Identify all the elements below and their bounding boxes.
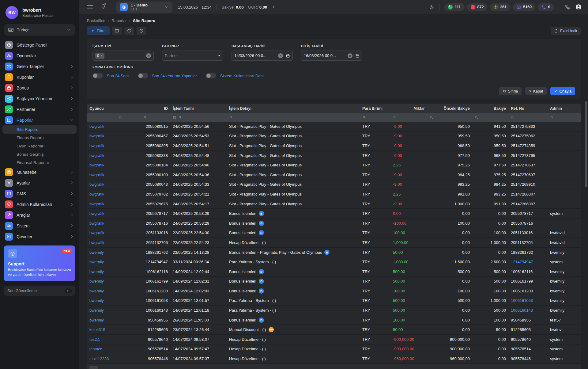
sidebar-item--eviriler[interactable]: Çeviriler bbox=[0, 231, 79, 242]
sidebar-item-sa-lay-c-y-netimi[interactable]: Sağlayıcı Yönetimi bbox=[0, 93, 79, 104]
table-row[interactable]: testacc90557851414/07/2024 09:57:47Hesap… bbox=[87, 344, 581, 354]
pagination-button[interactable] bbox=[89, 366, 98, 369]
player-link[interactable]: bwgrafik bbox=[87, 134, 141, 138]
sidebar-subitem-oyun-raporlar-[interactable]: Oyun Raporları bbox=[2, 142, 77, 150]
table-row[interactable]: bwgrafik205507871724/08/2025 20:53:29Bon… bbox=[87, 209, 581, 219]
player-link[interactable]: bwemily bbox=[87, 269, 141, 274]
settings-gear-icon[interactable] bbox=[429, 5, 434, 10]
player-link[interactable]: bwgrafik bbox=[87, 221, 141, 226]
excel-export-button[interactable]: Excel İndir bbox=[551, 27, 581, 35]
player-link[interactable]: bwgrafik bbox=[87, 143, 141, 148]
sidebar-item-partnerler[interactable]: Partnerler bbox=[0, 104, 79, 115]
table-row[interactable]: bwemily100616179914/09/2024 12:02:31Bonu… bbox=[87, 277, 581, 287]
column-header-i-lem-tarihi[interactable]: İşlem Tarihi bbox=[170, 106, 227, 111]
player-link[interactable]: bwgrafik bbox=[87, 173, 141, 177]
player-link[interactable]: bwgrafik bbox=[87, 202, 141, 206]
player-link[interactable]: bwgrafik bbox=[87, 124, 141, 129]
table-row[interactable]: bwemily121479494703/11/2024 00:26:34Para… bbox=[87, 257, 581, 267]
toggle-son-24-saat[interactable]: Son 24 Saat bbox=[92, 73, 129, 78]
table-row[interactable]: bwgrafik205508033824/08/2025 20:54:48Slo… bbox=[87, 151, 581, 161]
sidebar-item-kuponlar[interactable]: Kuponlar bbox=[0, 72, 79, 82]
column-filter-para-birimi[interactable] bbox=[360, 116, 390, 119]
account-avatar-icon[interactable] bbox=[575, 4, 582, 10]
close-button[interactable]: × Kapat bbox=[525, 87, 547, 95]
history-button[interactable] bbox=[137, 27, 146, 35]
column-filter-ref-no[interactable] bbox=[508, 116, 548, 119]
column-filter-i-lem-detay-[interactable] bbox=[227, 116, 360, 119]
language-selector[interactable]: Türkçe bbox=[4, 24, 75, 36]
last-update-row[interactable]: Son Güncelleme 0 bbox=[4, 286, 75, 296]
table-row[interactable]: bwgrafik205508004324/08/2025 20:54:33Slo… bbox=[87, 180, 581, 190]
toggle-sistem-kullan-c-lar-dahil[interactable]: Sistem Kullanıcıları Dahil bbox=[206, 73, 265, 78]
table-row[interactable]: bwemily95045895526/08/2024 11:05:00Bonus… bbox=[87, 315, 581, 325]
site-selector[interactable]: 1 - Demo ID: 1 bbox=[116, 2, 172, 13]
player-link[interactable]: bwemily bbox=[87, 318, 141, 322]
table-row[interactable]: bwemily100616211614/09/2024 12:02:44Bonu… bbox=[87, 267, 581, 277]
player-link[interactable]: bwemily bbox=[87, 250, 141, 255]
user-profile[interactable]: BW bwrobert Bookiewise Hesabı bbox=[0, 0, 79, 24]
table-row[interactable]: bwgrafik205508039524/08/2025 20:54:51Slo… bbox=[87, 141, 581, 151]
sidebar-subitem-bonus-ge-mi-i[interactable]: Bonus Geçmişi bbox=[2, 150, 77, 158]
stat-badge-withdrawals[interactable]: 872 bbox=[467, 3, 488, 11]
islem-tipi-input[interactable]: 0 × × bbox=[92, 51, 154, 61]
table-row[interactable]: bwgrafik205507978224/08/2025 20:54:21Slo… bbox=[87, 189, 581, 199]
sidebar-item-oyuncular[interactable]: Oyuncular bbox=[0, 50, 79, 61]
scrollbar-thumb[interactable] bbox=[585, 101, 587, 187]
support-card[interactable]: NEW Support Bookiewise Backoffice kullan… bbox=[4, 245, 75, 281]
column-header-admin[interactable]: Admin bbox=[548, 106, 581, 111]
sidebar-item-cms[interactable]: CMS bbox=[0, 188, 79, 199]
player-link[interactable]: test112233 bbox=[87, 356, 141, 361]
table-row[interactable]: bwgrafik205507967524/08/2025 20:54:17Slo… bbox=[87, 199, 581, 209]
player-link[interactable]: kolok315 bbox=[87, 327, 141, 332]
player-link[interactable]: bwgrafik bbox=[87, 182, 141, 187]
stat-badge-calls[interactable]: 0 bbox=[538, 3, 554, 11]
calendar-icon[interactable] bbox=[286, 54, 290, 58]
column-header-i-lem-detay-[interactable]: İşlem Detayı bbox=[227, 106, 360, 111]
player-link[interactable]: bwgrafik bbox=[87, 153, 141, 158]
table-row[interactable]: test1190557864014/07/2024 09:58:07Hesap … bbox=[87, 335, 581, 344]
sidebar-subitem-finans-raporu[interactable]: Finans Raporu bbox=[2, 134, 77, 142]
column-header-para-birimi[interactable]: Para Birimi bbox=[360, 106, 390, 111]
column-filter-oyuncu[interactable] bbox=[87, 116, 141, 119]
breadcrumb-item[interactable]: Backoffice bbox=[87, 18, 105, 23]
refresh-button[interactable] bbox=[124, 27, 134, 35]
stat-badge-messages[interactable]: 5169 bbox=[513, 3, 535, 11]
tag-remove-icon[interactable]: × bbox=[101, 54, 103, 58]
table-row[interactable]: bwgrafik205507871624/08/2025 20:53:29Bon… bbox=[87, 219, 581, 228]
table-row[interactable]: bwgrafik205508051524/08/2025 20:54:56Slo… bbox=[87, 122, 581, 131]
column-filter-admin[interactable] bbox=[548, 116, 581, 119]
filter-button[interactable]: Filtre bbox=[87, 26, 110, 35]
breadcrumb-item[interactable]: Raporlar bbox=[111, 18, 127, 23]
column-filter--nceki-bakiye[interactable] bbox=[427, 116, 472, 119]
table-row[interactable]: test11223390557844614/07/2024 09:57:37He… bbox=[87, 354, 581, 364]
sidebar-item-sistem[interactable]: Sistem bbox=[0, 220, 79, 231]
user-activity-icon[interactable] bbox=[564, 4, 570, 10]
column-filter-i-lem-tarihi[interactable] bbox=[170, 116, 227, 119]
table-row[interactable]: kolok31591228560523/07/2024 13:26:44Manu… bbox=[87, 325, 581, 335]
clear-icon[interactable]: × bbox=[146, 53, 151, 58]
sidebar-item-admin-kullan-c-lar-[interactable]: Admin Kullanıcıları bbox=[0, 199, 79, 210]
table-row[interactable]: bwemily100616014314/09/2024 12:01:18Para… bbox=[87, 306, 581, 315]
table-row[interactable]: bwgrafik205508018424/08/2025 20:54:40Slo… bbox=[87, 160, 581, 170]
start-date-input[interactable]: 14/03/2026 00:0... × bbox=[232, 51, 293, 61]
stat-badge-deposits[interactable]: 111 bbox=[444, 3, 464, 11]
column-filter-miktar[interactable] bbox=[390, 116, 427, 119]
column-header-oyuncu[interactable]: Oyuncu bbox=[87, 106, 141, 111]
table-row[interactable]: bwemily188826176223/05/2025 14:13:28Bonu… bbox=[87, 248, 581, 257]
stat-badge-bonuses[interactable]: 361 bbox=[490, 3, 510, 11]
sidebar-item-muhasebe[interactable]: Muhasebe bbox=[0, 167, 79, 177]
player-link[interactable]: bwgrafik bbox=[87, 163, 141, 167]
partner-select[interactable]: Partner bbox=[162, 51, 223, 61]
player-link[interactable]: bwgrafik bbox=[87, 192, 141, 196]
sidebar-item-raporlar[interactable]: Raporlar bbox=[0, 115, 79, 125]
notifications-bell-icon[interactable] bbox=[100, 4, 106, 10]
ref-no[interactable]: 1214794947 bbox=[508, 260, 548, 264]
end-date-input[interactable]: 16/03/2026 00:0... × bbox=[301, 51, 362, 61]
column-header-miktar[interactable]: Miktar bbox=[390, 106, 427, 111]
column-filter-bakiye[interactable] bbox=[472, 116, 508, 119]
player-link[interactable]: bwgrafik bbox=[87, 211, 141, 216]
menu-toggle-icon[interactable] bbox=[87, 5, 93, 9]
player-link[interactable]: bwemily bbox=[87, 260, 141, 264]
calendar-icon[interactable] bbox=[355, 54, 360, 58]
clear-icon[interactable]: × bbox=[278, 53, 283, 58]
